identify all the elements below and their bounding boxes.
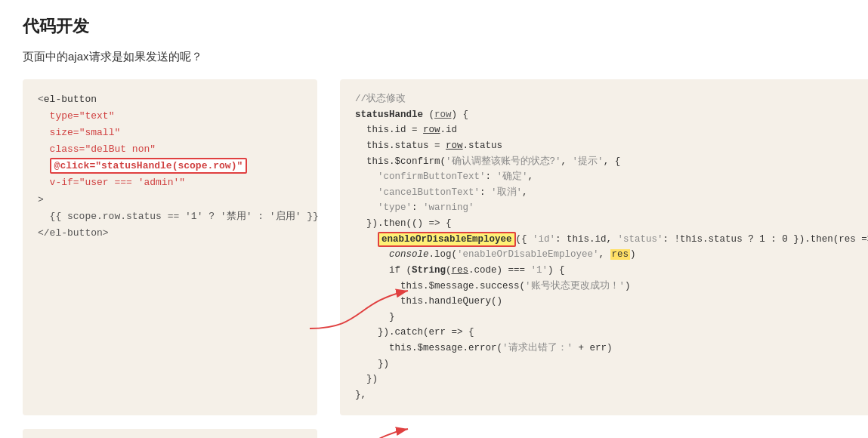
bottom-area: // 修改---启用禁用接口 function enableOrDisableE… bbox=[23, 429, 845, 439]
left-code-block: <el-button type="text" size="small" clas… bbox=[23, 79, 317, 415]
bottom-left-code: // 修改---启用禁用接口 function enableOrDisableE… bbox=[23, 429, 317, 439]
right-code-block: //状态修改 statusHandle (row) { this.id = ro… bbox=[340, 79, 868, 415]
question-text: 页面中的ajax请求是如果发送的呢？ bbox=[23, 50, 845, 64]
page-title: 代码开发 bbox=[23, 15, 845, 38]
right-bottom-space bbox=[340, 429, 845, 439]
content-area: <el-button type="text" size="small" clas… bbox=[23, 79, 845, 415]
